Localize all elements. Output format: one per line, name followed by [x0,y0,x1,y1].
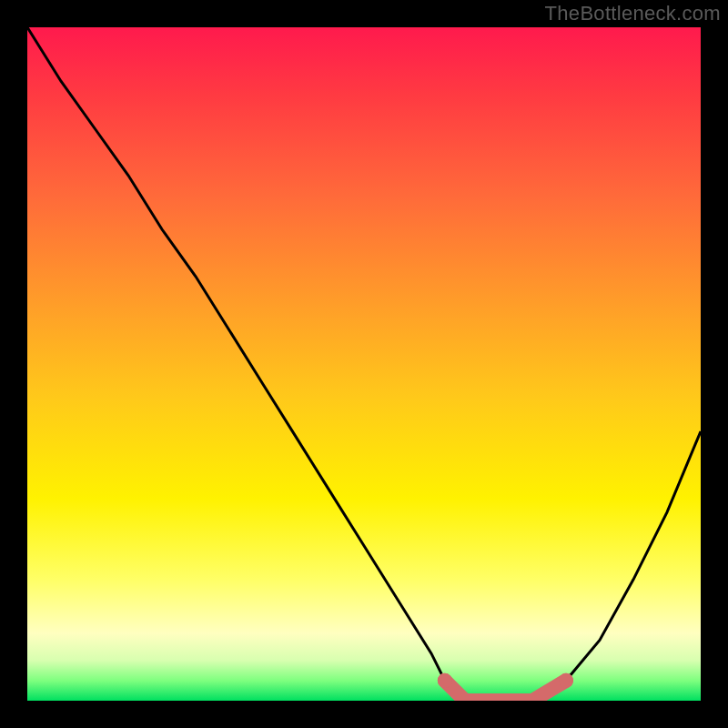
optimal-range-start-dot [438,673,452,688]
optimal-range-path [445,681,566,701]
chart-stage: TheBottleneck.com [0,0,728,728]
plot-area [27,27,701,701]
bottleneck-curve-svg [27,27,701,701]
optimal-range-end-dot [559,673,573,688]
watermark-text: TheBottleneck.com [545,2,721,25]
bottleneck-curve-path [27,27,701,701]
